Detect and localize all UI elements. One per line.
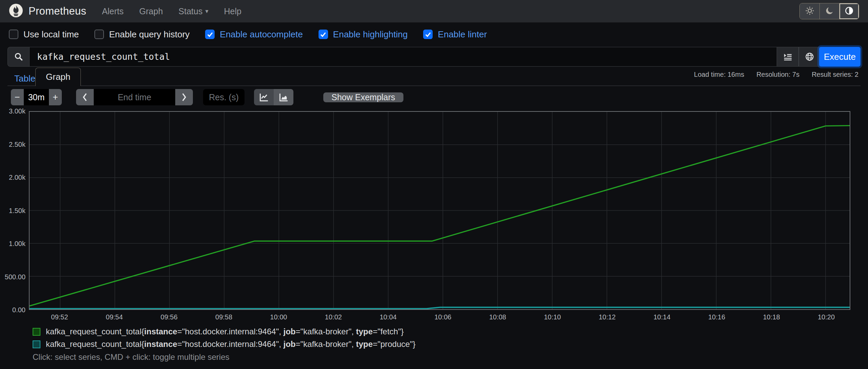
option-label: Enable highlighting xyxy=(333,29,408,40)
option-label: Use local time xyxy=(23,29,79,40)
time-forward-button[interactable] xyxy=(175,89,193,105)
option-label: Enable linter xyxy=(438,29,487,40)
line-chart-icon xyxy=(259,92,269,102)
checkbox[interactable] xyxy=(205,30,215,39)
query-stats: Load time: 16ms Resolution: 7s Result se… xyxy=(694,71,858,78)
brand-title: Prometheus xyxy=(29,5,86,17)
format-expression-button[interactable] xyxy=(777,47,799,67)
show-exemplars-button[interactable]: Show Exemplars xyxy=(323,92,403,102)
tab-graph[interactable]: Graph xyxy=(35,68,81,86)
x-tick-label: 09:54 xyxy=(106,313,123,321)
tabs-divider xyxy=(7,86,861,86)
stacked-chart-icon xyxy=(278,92,289,102)
x-tick-label: 10:16 xyxy=(708,313,725,321)
metrics-explorer-globe-icon xyxy=(805,52,814,62)
x-tick-label: 10:08 xyxy=(489,313,506,321)
check-icon xyxy=(425,31,431,38)
checkbox[interactable] xyxy=(94,30,104,39)
auto-contrast-icon xyxy=(845,6,854,16)
y-tick-label: 2.00k xyxy=(1,174,25,181)
x-tick-label: 10:12 xyxy=(599,313,616,321)
option-enable-query-history[interactable]: Enable query history xyxy=(94,29,189,40)
nav-item-graph[interactable]: Graph xyxy=(139,6,163,16)
theme-auto-contrast-button[interactable] xyxy=(839,3,859,19)
metrics-explorer-button[interactable] xyxy=(799,47,820,67)
checkbox[interactable] xyxy=(319,30,328,39)
prometheus-app: Prometheus AlertsGraphStatus▾Help Use lo… xyxy=(0,0,868,369)
range-decrease-button[interactable]: − xyxy=(11,89,24,105)
execute-button[interactable]: Execute xyxy=(819,47,861,67)
sun-icon xyxy=(805,6,814,16)
y-tick-label: 1.50k xyxy=(1,207,25,215)
time-back-button[interactable] xyxy=(76,89,94,105)
range-increase-button[interactable]: + xyxy=(49,89,62,105)
x-tick-label: 10:02 xyxy=(325,313,342,321)
x-tick-label: 10:04 xyxy=(380,313,397,321)
navbar: Prometheus AlertsGraphStatus▾Help xyxy=(0,0,868,22)
series-line[interactable] xyxy=(30,126,850,306)
x-tick-label: 09:58 xyxy=(215,313,232,321)
chevron-right-icon xyxy=(181,93,187,102)
y-tick-label: 2.50k xyxy=(1,141,25,148)
nav-item-alerts[interactable]: Alerts xyxy=(102,6,124,16)
x-tick-label: 10:06 xyxy=(434,313,451,321)
theme-sun-button[interactable] xyxy=(800,3,819,19)
x-tick-label: 10:20 xyxy=(818,313,835,321)
result-series: Result series: 2 xyxy=(812,71,858,78)
option-label: Enable query history xyxy=(109,29,189,40)
graph-plot-area[interactable] xyxy=(29,111,850,310)
series-line[interactable] xyxy=(30,308,850,309)
nav-item-status[interactable]: Status▾ xyxy=(179,6,209,16)
prometheus-logo-icon xyxy=(9,3,23,19)
caret-down-icon: ▾ xyxy=(205,7,208,15)
series-swatch-icon xyxy=(33,340,40,348)
end-time-group xyxy=(76,89,193,105)
stacked-chart-toggle[interactable] xyxy=(274,89,293,105)
query-options-row: Use local timeEnable query historyEnable… xyxy=(0,22,868,46)
x-tick-label: 10:14 xyxy=(653,313,670,321)
legend-item-0[interactable]: kafka_request_count_total{instance="host… xyxy=(33,327,415,336)
series-swatch-icon xyxy=(33,328,40,336)
brand-link[interactable]: Prometheus xyxy=(9,3,86,19)
theme-toggle-group xyxy=(799,3,859,19)
x-tick-label: 10:00 xyxy=(270,313,287,321)
y-tick-label: 1.00k xyxy=(1,240,25,248)
load-time: Load time: 16ms xyxy=(694,71,744,78)
query-bar: Execute xyxy=(7,47,861,67)
option-enable-autocomplete[interactable]: Enable autocomplete xyxy=(205,29,303,40)
option-enable-highlighting[interactable]: Enable highlighting xyxy=(319,29,408,40)
query-input[interactable] xyxy=(29,47,777,67)
line-chart-toggle[interactable] xyxy=(254,89,274,105)
y-tick-label: 3.00k xyxy=(1,107,25,115)
chart-type-toggle-group xyxy=(254,89,293,105)
y-tick-label: 0.00 xyxy=(1,306,25,314)
x-tick-label: 10:10 xyxy=(544,313,561,321)
option-enable-linter[interactable]: Enable linter xyxy=(423,29,487,40)
nav-links: AlertsGraphStatus▾Help xyxy=(102,6,241,16)
option-label: Enable autocomplete xyxy=(220,29,303,40)
series-label: kafka_request_count_total{instance="host… xyxy=(46,339,415,349)
y-tick-label: 500.00 xyxy=(1,273,25,281)
tab-table[interactable]: Table xyxy=(14,73,35,84)
range-input[interactable] xyxy=(24,89,49,105)
series-label: kafka_request_count_total{instance="host… xyxy=(46,327,404,336)
checkbox[interactable] xyxy=(423,30,433,39)
search-icon xyxy=(7,47,29,67)
theme-moon-button[interactable] xyxy=(819,3,839,19)
nav-item-help[interactable]: Help xyxy=(224,6,241,16)
format-expression-icon xyxy=(783,52,793,62)
option-use-local-time[interactable]: Use local time xyxy=(9,29,79,40)
x-tick-label: 10:18 xyxy=(763,313,780,321)
checkbox[interactable] xyxy=(9,30,18,39)
graph-controls: − + xyxy=(11,89,403,105)
end-time-input[interactable] xyxy=(94,89,175,105)
legend-item-1[interactable]: kafka_request_count_total{instance="host… xyxy=(33,339,415,349)
check-icon xyxy=(320,31,326,38)
resolution: Resolution: 7s xyxy=(756,71,799,78)
x-tick-label: 09:52 xyxy=(51,313,68,321)
check-icon xyxy=(207,31,213,38)
moon-icon xyxy=(825,6,834,16)
x-tick-label: 09:56 xyxy=(161,313,178,321)
resolution-input[interactable] xyxy=(203,89,245,105)
range-group: − + xyxy=(11,89,62,105)
